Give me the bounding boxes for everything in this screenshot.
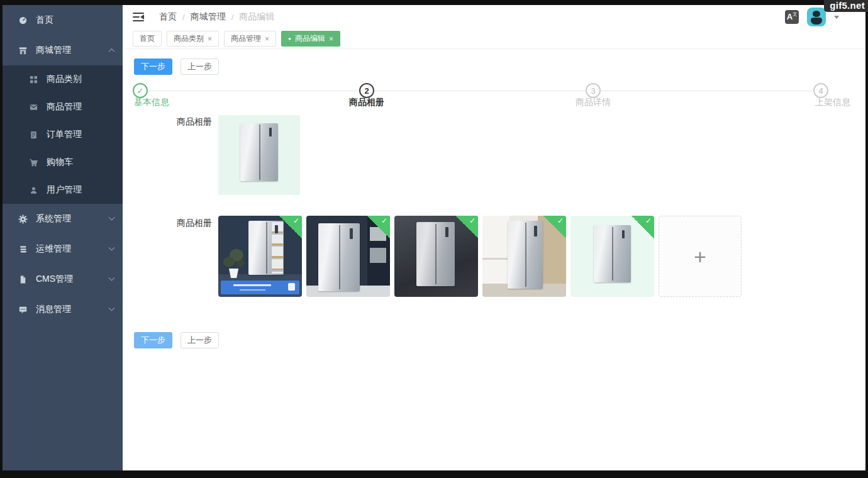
kitchen-counter (482, 258, 509, 260)
tab-label: 商品类别 (174, 33, 204, 44)
album-field-label: 商品相册 (177, 116, 212, 128)
fridge-image (248, 221, 284, 275)
album-preview-image[interactable] (218, 115, 300, 195)
step-3-circle: 3 (586, 83, 601, 98)
gallery-thumbnail-5[interactable]: ✓ (570, 216, 654, 297)
breadcrumb-separator: / (182, 13, 185, 22)
gallery-thumbnail-3[interactable]: ✓ (394, 216, 478, 297)
step-2-circle: 2 (359, 83, 374, 98)
app-window: 首页 商城管理 商品类别 商品管理 (3, 5, 865, 470)
server-stack-icon (18, 244, 28, 254)
top-header: 首页 / 商城管理 / 商品编辑 A 文 (123, 5, 865, 29)
breadcrumb-home[interactable]: 首页 (159, 11, 177, 23)
fridge-image (318, 223, 360, 291)
prev-step-button-top[interactable]: 上一步 (181, 58, 219, 75)
next-step-button-top[interactable]: 下一步 (134, 58, 172, 75)
tab-product-management[interactable]: 商品管理 × (224, 31, 276, 47)
breadcrumb-product-edit: 商品编辑 (239, 11, 274, 23)
sidebar-item-label: 商品类别 (47, 74, 82, 85)
gallery-thumbnail-1[interactable]: ✓ (218, 216, 302, 297)
sidebar-item-system-management[interactable]: 系统管理 (3, 204, 123, 234)
chevron-down-icon (109, 274, 115, 281)
prev-step-button-bottom[interactable]: 上一步 (181, 332, 219, 348)
fridge-image (508, 221, 543, 289)
avatar[interactable] (807, 8, 826, 26)
gallery-thumbnail-2[interactable]: ✓ (306, 216, 390, 297)
user-icon (28, 185, 38, 195)
sidebar-item-product-management[interactable]: 商品管理 (3, 93, 123, 121)
tab-label: 首页 (140, 33, 155, 44)
breadcrumb-mall-management[interactable]: 商城管理 (191, 11, 226, 23)
step-3-label: 商品详情 (576, 97, 611, 108)
sidebar-item-cms-management[interactable]: CMS管理 (3, 264, 123, 294)
sidebar-item-label: 商城管理 (36, 45, 71, 56)
sidebar-item-order-management[interactable]: 订单管理 (3, 121, 123, 148)
chevron-down-icon[interactable] (834, 16, 839, 19)
selected-corner: ✓ (543, 216, 566, 238)
tab-home[interactable]: 首页 (133, 31, 162, 47)
gear-icon (18, 214, 28, 224)
watermark: gif5.net (824, 0, 868, 12)
sidebar-item-label: 系统管理 (36, 213, 71, 225)
check-icon: ✓ (469, 216, 476, 225)
sidebar: 首页 商城管理 商品类别 商品管理 (3, 5, 123, 470)
sidebar-item-label: 消息管理 (36, 304, 71, 315)
shop-icon (18, 45, 28, 55)
tab-label: 商品编辑 (295, 33, 325, 44)
translate-icon[interactable]: A 文 (785, 10, 799, 24)
envelope-icon (28, 102, 38, 112)
tab-product-category[interactable]: 商品类别 × (167, 31, 219, 47)
step-4-circle: 4 (813, 83, 828, 98)
chevron-up-icon (109, 48, 115, 54)
next-step-button-bottom[interactable]: 下一步 (134, 332, 172, 348)
sidebar-item-label: 商品管理 (47, 101, 82, 113)
check-icon: ✓ (137, 86, 144, 96)
cart-icon (28, 157, 38, 167)
sidebar-collapse-icon[interactable] (133, 13, 144, 21)
dashboard-icon (18, 15, 28, 25)
sidebar-item-label: 用户管理 (47, 184, 82, 196)
sidebar-item-message-management[interactable]: 消息管理 (3, 294, 123, 325)
document-icon (28, 130, 38, 140)
wizard-content: 下一步 上一步 ✓ 2 3 4 基本信息 商品相册 商品详情 上架信息 商品相册 (123, 49, 865, 470)
page-icon (18, 274, 28, 284)
active-dot-icon: ● (288, 36, 291, 42)
sidebar-item-label: 运维管理 (36, 243, 71, 255)
gallery-field-label: 商品相册 (177, 218, 212, 229)
sidebar-item-home[interactable]: 首页 (3, 5, 123, 35)
sidebar-item-ops-management[interactable]: 运维管理 (3, 234, 123, 264)
check-icon: ✓ (645, 216, 652, 225)
chevron-down-icon (109, 244, 115, 250)
close-icon[interactable]: × (208, 35, 212, 43)
gallery-thumbnail-4[interactable]: ✓ (482, 216, 566, 297)
sidebar-item-user-management[interactable]: 用户管理 (3, 176, 123, 204)
close-icon[interactable]: × (265, 35, 269, 43)
step-4-label: 上架信息 (815, 97, 850, 108)
plant-pot-decoration (228, 269, 239, 278)
grid-icon (28, 74, 38, 84)
plant-decoration (221, 247, 246, 269)
step-connector-line (140, 91, 821, 91)
sidebar-item-shopping-cart[interactable]: 购物车 (3, 148, 123, 176)
sidebar-item-product-category[interactable]: 商品类别 (3, 65, 123, 93)
sidebar-item-label: 订单管理 (47, 129, 82, 140)
check-icon: ✓ (381, 216, 387, 225)
sidebar-item-label: 首页 (36, 14, 53, 26)
promo-banner (221, 281, 299, 294)
upload-image-button[interactable]: + (659, 216, 742, 297)
tab-product-edit[interactable]: ● 商品编辑 × (281, 31, 340, 47)
sidebar-item-mall-management[interactable]: 商城管理 (3, 35, 123, 65)
tab-bar: 首页 商品类别 × 商品管理 × ● 商品编辑 × (123, 29, 865, 49)
sidebar-item-label: CMS管理 (36, 274, 73, 285)
sidebar-submenu: 商品类别 商品管理 订单管理 购物车 (3, 65, 123, 204)
tab-label: 商品管理 (231, 33, 261, 44)
plus-icon: + (694, 246, 706, 267)
close-icon[interactable]: × (329, 35, 333, 43)
step-1-circle: ✓ (133, 83, 148, 98)
sidebar-item-label: 购物车 (47, 157, 73, 168)
check-icon: ✓ (557, 216, 564, 225)
selected-corner: ✓ (632, 216, 654, 238)
selected-corner: ✓ (455, 216, 478, 238)
main-panel: 首页 / 商城管理 / 商品编辑 A 文 首页 商品类别 × (123, 5, 865, 470)
fridge-image (240, 123, 278, 182)
